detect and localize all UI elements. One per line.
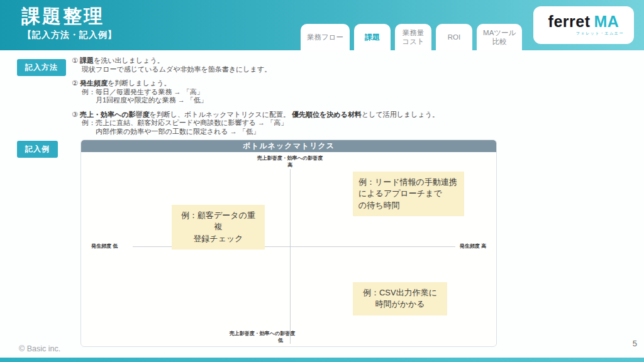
page-title: 課題整理 [21, 4, 104, 30]
method-badge: 記入方法 [17, 59, 66, 76]
instruction-number: ① [72, 57, 80, 64]
bottom-accent-bar [0, 358, 644, 362]
example-badge: 記入例 [17, 141, 58, 158]
header-tabs: 業務フロー課題業務量 コストROIMAツール 比較 [301, 24, 522, 50]
logo-tagline: フェレット・エムエー [576, 31, 624, 36]
matrix-note-csv-export: 例：CSV出力作業に 時間がかかる [353, 282, 447, 315]
matrix-note-duplicate-check: 例：顧客データの重複 登録チェック [172, 205, 265, 250]
axis-label-left: 発生頻度 低 [91, 243, 118, 250]
tab-roi[interactable]: ROI [436, 24, 472, 50]
instruction-subline: 月1回程度や限定的な業務 → 「低」 [72, 96, 439, 105]
instructions: ① 課題を洗い出しましょう。現状フローで感じているムダや非効率を箇条書きにします… [72, 57, 439, 141]
tab-ma-tool-comparison[interactable]: MAツール 比較 [477, 24, 522, 50]
axis-bottom-value: 低 [230, 337, 295, 344]
logo-ferret-text: ferret [548, 13, 591, 30]
axis-label-right: 発生頻度 高 [460, 243, 486, 250]
page-number: 5 [633, 339, 637, 348]
axis-label-top: 売上影響度・効率への影響度 高 [257, 155, 323, 168]
axis-bottom-label: 売上影響度・効率への影響度 [230, 330, 295, 337]
tab-volume-cost[interactable]: 業務量 コスト [395, 24, 431, 50]
instruction-number: ③ [72, 111, 80, 118]
instruction-subline: 現状フローで感じているムダや非効率を箇条書きにします。 [72, 65, 439, 74]
page-subtitle: 【記入方法・記入例】 [23, 30, 117, 41]
header-band: 課題整理 【記入方法・記入例】 業務フロー課題業務量 コストROIMAツール 比… [0, 0, 644, 50]
instruction-lead: ② 発生頻度を判断しましょう。 [72, 79, 439, 88]
vertical-axis-line [290, 169, 291, 344]
tab-issues[interactable]: 課題 [354, 24, 391, 50]
matrix-title-bar: ボトルネックマトリクス [81, 140, 496, 152]
instruction-3: ③ 売上・効率への影響度を判断し、ボトルネックマトリクスに配置。 優先順位を決め… [72, 111, 439, 136]
instruction-subline: 例：売上に直結、顧客対応スピードや商談数に影響する → 「高」 [72, 119, 439, 128]
logo-ma-text: MA [594, 13, 619, 30]
brand-logo-text: ferretMA [548, 14, 619, 30]
axis-top-value: 高 [257, 162, 323, 168]
instruction-subline: 内部作業の効率や一部の工数に限定される → 「低」 [72, 128, 439, 136]
instruction-2: ② 発生頻度を判断しましょう。例：毎日／毎週発生する業務 → 「高」 月1回程度… [72, 79, 439, 105]
matrix-plot: 売上影響度・効率への影響度 高 売上影響度・効率への影響度 低 発生頻度 低 発… [81, 152, 496, 346]
footer-copyright: © Basic inc. [19, 344, 60, 353]
axis-label-bottom: 売上影響度・効率への影響度 低 [230, 330, 295, 344]
instruction-1: ① 課題を洗い出しましょう。現状フローで感じているムダや非効率を箇条書きにします… [72, 57, 439, 74]
axis-top-label: 売上影響度・効率への影響度 [257, 155, 323, 162]
instruction-subline: 例：毎日／毎週発生する業務 → 「高」 [72, 88, 439, 97]
matrix-card: ボトルネックマトリクス 売上影響度・効率への影響度 高 売上影響度・効率への影響… [80, 140, 497, 347]
slide: 課題整理 【記入方法・記入例】 業務フロー課題業務量 コストROIMAツール 比… [0, 0, 644, 362]
matrix-note-lead-handoff: 例：リード情報の手動連携 によるアプローチまで の待ち時間 [353, 172, 464, 216]
instruction-number: ② [72, 79, 80, 87]
instruction-lead: ① 課題を洗い出しましょう。 [72, 57, 439, 65]
brand-logo: ferretMA フェレット・エムエー [533, 6, 634, 44]
instruction-lead: ③ 売上・効率への影響度を判断し、ボトルネックマトリクスに配置。 優先順位を決め… [72, 111, 439, 119]
tab-workflow[interactable]: 業務フロー [301, 24, 350, 50]
